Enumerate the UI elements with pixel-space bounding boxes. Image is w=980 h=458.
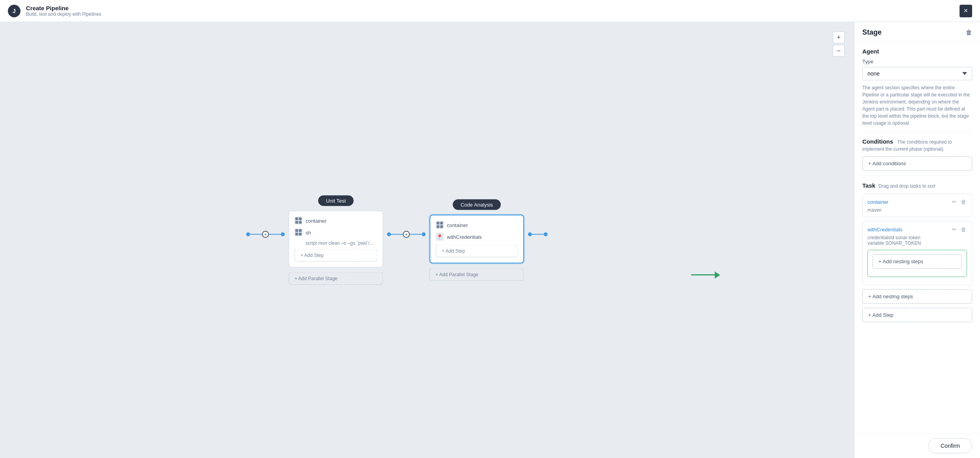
divider2 — [862, 175, 972, 176]
divider1 — [862, 133, 972, 133]
task-withcredentials-edit-button[interactable]: ✏ — [951, 225, 958, 233]
zoom-controls: + − — [833, 31, 845, 57]
connector-dot5 — [528, 232, 532, 236]
zoom-out-button[interactable]: − — [833, 45, 845, 57]
step-container2: container — [436, 221, 518, 229]
step-sh: sh — [294, 229, 377, 236]
arrow-line — [691, 274, 715, 275]
task-withcredentials-link[interactable]: withCredentials — [867, 227, 902, 233]
header-left: J Create Pipeline Build, test and deploy… — [8, 5, 101, 17]
agent-description: The agent section specifies where the en… — [862, 84, 972, 127]
header-title-block: Create Pipeline Build, test and deploy w… — [26, 5, 101, 17]
stage-code-analysis-label: Code Analysis — [453, 199, 501, 210]
sh-icon — [294, 229, 302, 236]
add-between-stages-button[interactable]: + — [403, 231, 410, 238]
connector-line2 — [269, 234, 281, 235]
stage-unit-test-box: container sh script mvn clean –o –gs `pw… — [288, 211, 383, 268]
arrow-indicator — [691, 271, 720, 279]
task-withcredentials-delete-button[interactable]: 🗑 — [960, 225, 967, 233]
add-parallel-code-analysis-button[interactable]: + Add Parallel Stage — [429, 268, 524, 281]
panel-body: Agent Type none any label docker dockerf… — [854, 42, 980, 433]
task-container-link[interactable]: container — [867, 199, 888, 205]
pipeline-flow: + Unit Test container — [246, 196, 547, 285]
header: J Create Pipeline Build, test and deploy… — [0, 0, 980, 22]
task-container-item: container ✏ 🗑 maven — [862, 194, 972, 217]
right-connector — [528, 232, 547, 236]
panel-footer: Confirm — [854, 433, 980, 458]
connector-dot6 — [544, 232, 547, 236]
connector-line5 — [532, 234, 544, 235]
task-subtitle: Drag and drop tasks to sort — [878, 183, 936, 189]
task-withcredentials-item: withCredentials ✏ 🗑 credentialsId sonar-… — [862, 221, 972, 285]
conditions-title: Conditions — [862, 138, 893, 145]
right-panel: Stage 🗑 Agent Type none any label docker… — [854, 22, 980, 458]
stage-unit-test-label: Unit Test — [318, 196, 353, 206]
agent-section-title: Agent — [862, 48, 972, 55]
left-connector: + — [246, 231, 285, 238]
add-nesting-steps-button-1[interactable]: + Add nesting steps — [873, 254, 962, 269]
task-section-header: Task Drag and drop tasks to sort — [862, 182, 972, 189]
add-parallel-unit-test-button[interactable]: + Add Parallel Stage — [288, 272, 383, 285]
main-area: + − + Unit Test — [0, 22, 980, 458]
page-subtitle: Build, test and deploy with Pipelines — [26, 11, 101, 17]
pipeline-canvas: + − + Unit Test — [0, 22, 854, 458]
close-button[interactable]: × — [960, 5, 972, 17]
agent-type-select[interactable]: none any label docker dockerfile — [862, 67, 972, 80]
zoom-in-button[interactable]: + — [833, 31, 845, 43]
step-container-label: container — [305, 218, 326, 223]
panel-header: Stage 🗑 — [854, 22, 980, 42]
stage-code-analysis-box: container 📍 withCredentials + Add Step — [429, 215, 524, 264]
connector-dot3 — [387, 232, 391, 236]
connector-dot4 — [422, 232, 425, 236]
task-container-edit-button[interactable]: ✏ — [951, 198, 958, 206]
task-container-detail: maven — [867, 207, 967, 213]
confirm-button[interactable]: Confirm — [928, 438, 972, 453]
connector-dot2 — [281, 232, 285, 236]
step-container: container — [294, 217, 377, 225]
page-title: Create Pipeline — [26, 5, 101, 11]
app-logo: J — [8, 5, 20, 17]
task-withcredentials-variable: variable SONAR_TOKEN — [867, 240, 967, 246]
withcredentials-icon: 📍 — [436, 233, 444, 241]
task-withcredentials-actions: ✏ 🗑 — [951, 225, 967, 233]
task-title: Task — [862, 182, 875, 189]
conditions-header: Conditions The conditions required to im… — [862, 138, 972, 152]
connector-line — [250, 234, 262, 235]
add-step-code-analysis-button[interactable]: + Add Step — [436, 245, 518, 257]
task-container-header: container ✏ 🗑 — [867, 198, 967, 206]
add-conditions-button[interactable]: + Add conditions — [862, 156, 972, 171]
add-step-panel-button[interactable]: + Add Step — [862, 308, 972, 322]
step-container2-label: container — [447, 222, 468, 228]
step-withcredentials-label: withCredentials — [447, 234, 482, 240]
arrow-head — [715, 271, 720, 279]
connector-dot — [246, 232, 250, 236]
step-sh-label: sh — [305, 229, 311, 235]
stage-code-analysis: Code Analysis container 📍 withCredential… — [429, 199, 524, 281]
task-withcredentials-header: withCredentials ✏ 🗑 — [867, 225, 967, 233]
task-container-actions: ✏ 🗑 — [951, 198, 967, 206]
step-sh-sublabel: script mvn clean –o –gs `pwd`/... — [305, 240, 377, 246]
type-field-label: Type — [862, 59, 972, 65]
task-container-delete-button[interactable]: 🗑 — [960, 198, 967, 206]
stage-unit-test: Unit Test container sh script — [288, 196, 383, 285]
panel-title: Stage — [862, 28, 882, 37]
add-stage-before-button[interactable]: + — [262, 231, 269, 238]
task-withcredentials-credential: credentialsId sonar-token — [867, 235, 967, 240]
nested-steps-section: + Add nesting steps — [867, 250, 967, 277]
connector-line4 — [410, 234, 422, 235]
add-nesting-steps-button-2[interactable]: + Add nesting steps — [862, 289, 972, 304]
connector-line3 — [391, 234, 403, 235]
panel-delete-button[interactable]: 🗑 — [966, 29, 972, 36]
container-icon — [294, 217, 302, 225]
container2-icon — [436, 221, 444, 229]
step-withcredentials: 📍 withCredentials — [436, 233, 518, 241]
add-step-unit-test-button[interactable]: + Add Step — [294, 249, 377, 262]
mid-connector: + — [387, 231, 425, 238]
